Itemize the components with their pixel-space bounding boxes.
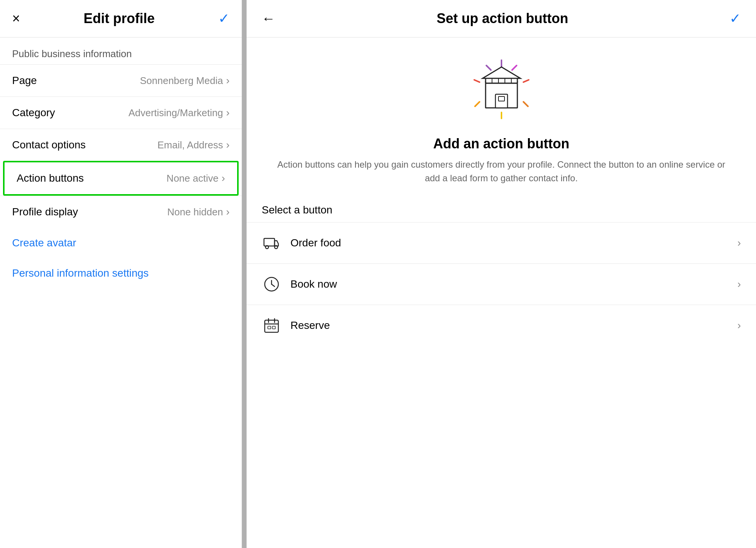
- svg-line-7: [474, 80, 480, 82]
- left-panel: × Edit profile ✓ Public business informa…: [0, 0, 242, 548]
- chevron-right-icon: ›: [226, 107, 230, 119]
- truck-icon: [262, 233, 281, 253]
- menu-item-action-buttons[interactable]: Action buttons None active ›: [3, 161, 239, 196]
- svg-line-24: [272, 284, 275, 286]
- action-item-order-food[interactable]: Order food ›: [247, 222, 756, 263]
- left-check-icon[interactable]: ✓: [218, 11, 230, 26]
- action-item-label: Book now: [290, 278, 337, 290]
- clock-icon: [262, 274, 281, 294]
- chevron-right-icon: ›: [737, 278, 741, 290]
- left-menu: Page Sonnenberg Media › Category Adverti…: [0, 64, 242, 228]
- svg-rect-29: [268, 326, 271, 329]
- select-button-label: Select a button: [247, 200, 756, 222]
- menu-item-profile-display[interactable]: Profile display None hidden ›: [0, 196, 242, 228]
- menu-item-contact-options[interactable]: Contact options Email, Address ›: [0, 129, 242, 161]
- left-links: Create avatarPersonal information settin…: [0, 228, 242, 288]
- menu-item-value: Sonnenberg Media: [140, 75, 223, 87]
- right-actions: Order food › Book now › Reserve ›: [247, 222, 756, 346]
- svg-line-4: [523, 102, 528, 106]
- left-header: × Edit profile ✓: [0, 0, 242, 37]
- menu-item-value: Advertising/Marketing: [129, 107, 223, 119]
- menu-item-value: Email, Address: [157, 139, 223, 151]
- link-item-1[interactable]: Personal information settings: [0, 258, 242, 288]
- menu-item-label: Category: [12, 107, 55, 119]
- menu-item-category[interactable]: Category Advertising/Marketing ›: [0, 97, 242, 129]
- right-panel: ← Set up action button ✓: [247, 0, 756, 548]
- back-icon[interactable]: ←: [262, 11, 275, 26]
- menu-item-label: Profile display: [12, 206, 78, 218]
- right-header-title: Set up action button: [437, 11, 568, 26]
- chevron-right-icon: ›: [226, 139, 230, 151]
- svg-line-2: [512, 65, 517, 70]
- link-item-0[interactable]: Create avatar: [0, 228, 242, 258]
- chevron-right-icon: ›: [737, 319, 741, 332]
- menu-item-label: Page: [12, 75, 37, 87]
- svg-line-3: [523, 80, 529, 82]
- calendar-icon: [262, 316, 281, 335]
- menu-item-page[interactable]: Page Sonnenberg Media ›: [0, 64, 242, 97]
- action-item-book-now[interactable]: Book now ›: [247, 263, 756, 305]
- panel-divider: [242, 0, 247, 548]
- svg-rect-17: [498, 97, 505, 101]
- left-header-title: Edit profile: [84, 11, 155, 26]
- svg-point-20: [265, 246, 269, 249]
- svg-line-8: [486, 65, 491, 70]
- chevron-right-icon: ›: [737, 237, 741, 249]
- svg-rect-30: [272, 326, 275, 329]
- store-illustration: [247, 37, 756, 136]
- add-action-desc: Action buttons can help you gain custome…: [247, 158, 756, 185]
- svg-marker-18: [483, 67, 520, 78]
- svg-point-21: [275, 246, 278, 249]
- menu-item-label: Action buttons: [17, 172, 84, 184]
- section-label: Public business information: [0, 37, 242, 64]
- chevron-right-icon: ›: [226, 75, 230, 87]
- right-header: ← Set up action button ✓: [247, 0, 756, 37]
- action-item-reserve[interactable]: Reserve ›: [247, 305, 756, 346]
- svg-rect-25: [265, 320, 278, 332]
- action-item-label: Order food: [290, 237, 341, 249]
- svg-rect-19: [264, 238, 275, 246]
- chevron-right-icon: ›: [222, 172, 225, 184]
- menu-item-value: None hidden: [167, 206, 223, 218]
- chevron-right-icon: ›: [226, 206, 230, 218]
- add-action-title: Add an action button: [247, 136, 756, 152]
- menu-item-label: Contact options: [12, 139, 86, 151]
- menu-item-value: None active: [166, 173, 218, 184]
- store-icon: [467, 56, 536, 125]
- close-icon[interactable]: ×: [12, 12, 20, 25]
- action-item-label: Reserve: [290, 319, 330, 332]
- svg-line-6: [475, 102, 480, 106]
- right-check-icon[interactable]: ✓: [730, 11, 741, 26]
